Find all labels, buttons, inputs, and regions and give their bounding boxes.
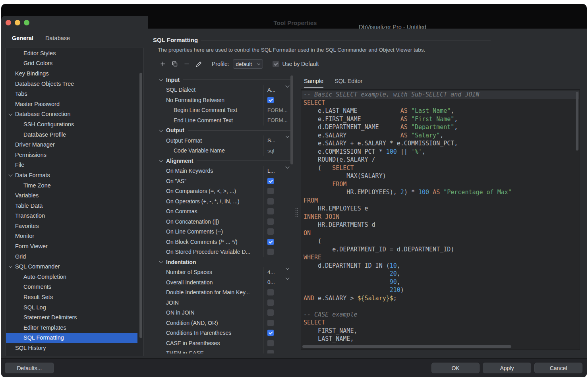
checkbox-cell[interactable] <box>263 308 292 318</box>
sql-preview-editor[interactable]: -- Basic SELECT example, with Sub-SELECT… <box>301 89 580 350</box>
close-button[interactable] <box>6 20 11 25</box>
checkbox[interactable] <box>267 188 274 194</box>
tree-item-favorites[interactable]: Favorites <box>6 221 137 231</box>
checkbox-cell[interactable] <box>263 247 292 257</box>
tree-item-data-formats[interactable]: Data Formats <box>6 170 137 180</box>
checkbox[interactable] <box>267 350 274 353</box>
checkbox[interactable] <box>267 330 274 336</box>
prop-row-conditions-in-parentheses[interactable]: Conditions In Parentheses <box>159 328 292 338</box>
prop-row-on-line-comments[interactable]: On Line Comments (--) <box>159 227 292 237</box>
tree-item-proxy-settings[interactable]: Proxy Settings <box>6 353 137 356</box>
checkbox-cell[interactable] <box>263 216 292 227</box>
prop-section-input[interactable]: Input <box>159 75 292 85</box>
prop-row-double-indentation-for-main-key[interactable]: Double Indentation for Main Key... <box>159 288 292 298</box>
tree-item-time-zone[interactable]: Time Zone <box>6 180 137 191</box>
checkbox[interactable] <box>267 320 274 326</box>
prop-row-overall-indentation[interactable]: Overall Indentation0... <box>159 277 292 288</box>
checkbox[interactable] <box>267 299 274 306</box>
checkbox-cell[interactable] <box>263 318 292 328</box>
checkbox-cell[interactable] <box>263 288 292 298</box>
checkbox[interactable] <box>267 340 274 346</box>
zoom-button[interactable] <box>24 20 29 25</box>
value-dropdown[interactable]: 4... <box>263 267 292 278</box>
ok-button[interactable]: OK <box>431 363 480 373</box>
panel-splitter[interactable] <box>296 208 296 209</box>
checkbox-cell[interactable] <box>263 186 292 197</box>
chevron-down-icon[interactable] <box>159 260 163 264</box>
value-dropdown[interactable]: A... <box>263 85 292 95</box>
prop-row-on-commas[interactable]: On Commas <box>159 207 292 217</box>
checkbox[interactable] <box>267 208 274 214</box>
tree-item-editor-templates[interactable]: Editor Templates <box>6 322 137 333</box>
tree-item-driver-manager[interactable]: Driver Manager <box>6 139 137 150</box>
checkbox[interactable] <box>267 228 274 235</box>
checkbox[interactable] <box>267 239 274 245</box>
checkbox[interactable] <box>267 289 274 295</box>
tree-item-ssh-configurations[interactable]: SSH Configurations <box>6 119 137 129</box>
prop-row-on-concatenation[interactable]: On Concatenation (||) <box>159 216 292 227</box>
checkbox-cell[interactable] <box>263 196 292 207</box>
prop-row-condition-and-or[interactable]: Condition (AND, OR) <box>159 318 292 328</box>
prop-section-indentation[interactable]: Indentation <box>159 257 292 267</box>
prop-row-number-of-spaces[interactable]: Number of Spaces4... <box>159 267 292 278</box>
tree-item-form-viewer[interactable]: Form Viewer <box>6 241 137 251</box>
prop-section-output[interactable]: Output <box>159 126 292 136</box>
use-by-default-checkbox[interactable] <box>273 61 279 67</box>
value-dropdown[interactable]: L... <box>263 166 292 176</box>
checkbox-cell[interactable] <box>263 297 292 308</box>
checkbox-cell[interactable] <box>263 348 292 354</box>
properties-scrollbar[interactable] <box>290 75 293 164</box>
prop-row-case-in-parentheses[interactable]: CASE in Parentheses <box>159 338 292 348</box>
tree-item-transaction[interactable]: Transaction <box>6 211 137 221</box>
prop-row-on-main-keywords[interactable]: On Main KeywordsL... <box>159 166 292 176</box>
prop-row-on-operators-in[interactable]: On Operators (+, -, *, /, IN, ...) <box>159 196 292 207</box>
checkbox[interactable] <box>267 309 274 316</box>
prop-row-output-format[interactable]: Output FormatS... <box>159 135 292 146</box>
prop-row-begin-line-comment-text[interactable]: Begin Line Comment TextFORM... <box>159 105 292 116</box>
prop-row-join[interactable]: JOIN <box>159 297 292 308</box>
chevron-down-icon[interactable] <box>159 77 163 81</box>
expander-chevron-icon[interactable] <box>9 112 13 116</box>
tree-item-sql-log[interactable]: SQL Log <box>6 302 137 313</box>
tree-item-grid[interactable]: Grid <box>6 251 137 262</box>
prop-row-on-as[interactable]: On "AS" <box>159 176 292 186</box>
checkbox[interactable] <box>267 249 274 255</box>
checkbox-cell[interactable] <box>263 237 292 247</box>
tree-item-tabs[interactable]: Tabs <box>6 89 137 99</box>
tab-general[interactable]: General <box>12 35 33 41</box>
tree-item-sql-commander[interactable]: SQL Commander <box>6 261 137 272</box>
tab-sample[interactable]: Sample <box>304 78 323 88</box>
tree-item-comments[interactable]: Comments <box>6 282 137 292</box>
remove-profile-icon[interactable] <box>182 60 191 68</box>
tree-item-auto-completion[interactable]: Auto-Completion <box>6 272 137 282</box>
chevron-down-icon[interactable] <box>159 158 163 162</box>
apply-button[interactable]: Apply <box>483 363 531 373</box>
prop-row-on-comparators[interactable]: On Comparators (=, <, >, ...) <box>159 186 292 197</box>
checkbox-cell[interactable] <box>263 176 292 186</box>
prop-row-on-stored-procedure-variable-d[interactable]: On Stored Procedure Variable D... <box>159 247 292 257</box>
copy-profile-icon[interactable] <box>170 60 179 68</box>
checkbox[interactable] <box>267 198 274 205</box>
checkbox-cell[interactable] <box>263 328 292 338</box>
tree-item-grid-colors[interactable]: Grid Colors <box>6 58 137 69</box>
tree-item-master-password[interactable]: Master Password <box>6 99 137 109</box>
tree-item-key-bindings[interactable]: Key Bindings <box>6 68 137 79</box>
text-value-cell[interactable]: sql <box>263 146 292 156</box>
minimize-button[interactable] <box>15 20 20 25</box>
tree-item-sql-formatting[interactable]: SQL Formatting <box>6 333 137 343</box>
checkbox[interactable] <box>267 178 274 184</box>
prop-row-on-in-join[interactable]: ON in JOIN <box>159 308 292 318</box>
tree-item-editor-styles[interactable]: Editor Styles <box>6 48 137 58</box>
prop-section-alignment[interactable]: Alignment <box>159 156 292 166</box>
tree-item-database-connection[interactable]: Database Connection <box>6 109 137 120</box>
tree-item-monitor[interactable]: Monitor <box>6 231 137 241</box>
tab-database[interactable]: Database <box>45 35 70 41</box>
editor-vertical-scrollbar[interactable] <box>576 92 578 151</box>
expander-chevron-icon[interactable] <box>9 264 13 268</box>
editor-horizontal-scrollbar[interactable] <box>302 345 511 348</box>
defaults-button[interactable]: Defaults... <box>5 363 54 373</box>
value-dropdown[interactable]: S... <box>263 135 292 146</box>
tab-sql-editor[interactable]: SQL Editor <box>335 78 362 88</box>
prop-row-end-line-comment-text[interactable]: End Line Comment TextFORM... <box>159 115 292 126</box>
text-value-cell[interactable]: FORM... <box>263 105 292 116</box>
